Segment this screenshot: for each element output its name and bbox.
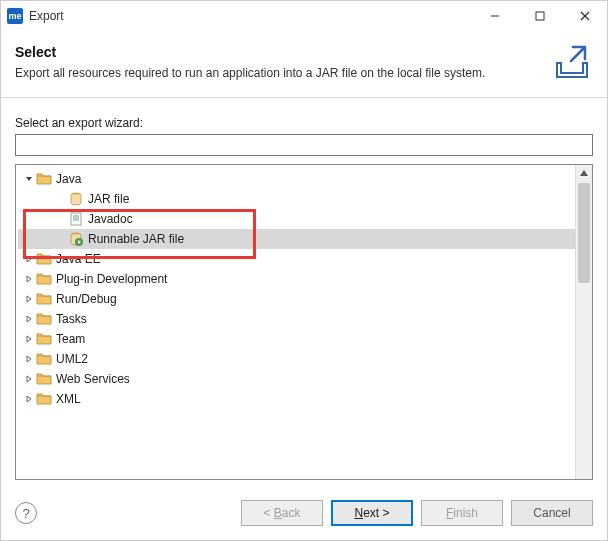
folder-icon [36, 311, 52, 327]
next-button[interactable]: Next > [331, 500, 413, 526]
window-title: Export [29, 9, 472, 23]
tree-item[interactable]: Run/Debug [18, 289, 575, 309]
folder-icon [36, 331, 52, 347]
jar-icon [68, 191, 84, 207]
chevron-right-icon[interactable] [22, 332, 36, 346]
button-bar: ? < Back Next > Finish Cancel [1, 488, 607, 540]
folder-icon [36, 371, 52, 387]
help-button[interactable]: ? [15, 502, 37, 524]
dialog-header: Select Export all resources required to … [1, 31, 607, 98]
maximize-button[interactable] [517, 1, 562, 31]
filter-input[interactable] [15, 134, 593, 156]
app-icon: me [7, 8, 23, 24]
close-button[interactable] [562, 1, 607, 31]
titlebar: me Export [1, 1, 607, 31]
chevron-right-icon[interactable] [22, 392, 36, 406]
folder-icon [36, 291, 52, 307]
chevron-right-icon[interactable] [22, 272, 36, 286]
minimize-button[interactable] [472, 1, 517, 31]
window-controls [472, 1, 607, 31]
tree-item[interactable]: Java EE [18, 249, 575, 269]
tree-item[interactable]: Runnable JAR file [18, 229, 575, 249]
tree-item[interactable]: XML [18, 389, 575, 409]
folder-icon [36, 351, 52, 367]
chevron-right-icon[interactable] [22, 292, 36, 306]
tree-item[interactable]: JAR file [18, 189, 575, 209]
wizard-tree[interactable]: JavaJAR fileJavadocRunnable JAR fileJava… [16, 165, 575, 479]
main-content: Select an export wizard: JavaJAR fileJav… [1, 98, 607, 488]
doc-icon [68, 211, 84, 227]
tree-item-label: Tasks [56, 312, 87, 326]
tree-item[interactable]: Java [18, 169, 575, 189]
tree-scrollbar[interactable] [575, 165, 592, 479]
page-description: Export all resources required to run an … [15, 66, 541, 80]
tree-item[interactable]: Javadoc [18, 209, 575, 229]
cancel-button[interactable]: Cancel [511, 500, 593, 526]
wizard-prompt: Select an export wizard: [15, 116, 593, 130]
tree-item-label: UML2 [56, 352, 88, 366]
tree-item-label: Runnable JAR file [88, 232, 184, 246]
next-label: Next > [354, 506, 389, 520]
folder-icon [36, 391, 52, 407]
tree-item[interactable]: Web Services [18, 369, 575, 389]
tree-item-label: Java [56, 172, 81, 186]
tree-item-label: Javadoc [88, 212, 133, 226]
tree-item[interactable]: Tasks [18, 309, 575, 329]
tree-item-label: Team [56, 332, 85, 346]
tree-item-label: Java EE [56, 252, 101, 266]
tree-item-label: Web Services [56, 372, 130, 386]
runnable-jar-icon [68, 231, 84, 247]
back-button: < Back [241, 500, 323, 526]
scroll-thumb[interactable] [578, 183, 590, 283]
svg-rect-5 [71, 213, 81, 225]
chevron-down-icon[interactable] [22, 172, 36, 186]
wizard-tree-container: JavaJAR fileJavadocRunnable JAR fileJava… [15, 164, 593, 480]
tree-item-label: Plug-in Development [56, 272, 167, 286]
chevron-right-icon[interactable] [22, 252, 36, 266]
tree-item-label: XML [56, 392, 81, 406]
back-label: < Back [263, 506, 300, 520]
page-title: Select [15, 44, 541, 60]
chevron-right-icon[interactable] [22, 372, 36, 386]
folder-icon [36, 171, 52, 187]
chevron-right-icon[interactable] [22, 312, 36, 326]
tree-item[interactable]: Team [18, 329, 575, 349]
svg-rect-1 [536, 12, 544, 20]
tree-item[interactable]: Plug-in Development [18, 269, 575, 289]
chevron-right-icon[interactable] [22, 352, 36, 366]
tree-item-label: JAR file [88, 192, 129, 206]
tree-item-label: Run/Debug [56, 292, 117, 306]
cancel-label: Cancel [533, 506, 570, 520]
tree-item[interactable]: UML2 [18, 349, 575, 369]
export-icon [551, 41, 593, 83]
finish-label: Finish [446, 506, 478, 520]
finish-button: Finish [421, 500, 503, 526]
folder-icon [36, 251, 52, 267]
folder-icon [36, 271, 52, 287]
